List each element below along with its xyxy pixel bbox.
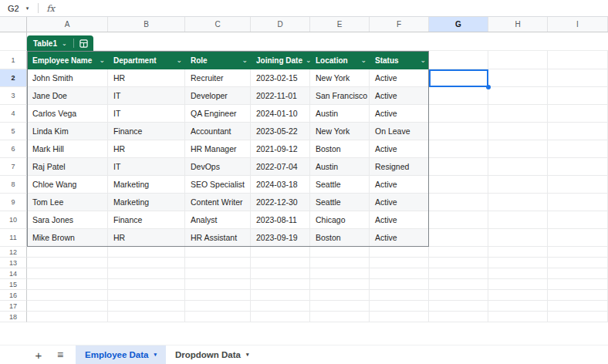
- cell-E7[interactable]: Austin: [310, 158, 370, 176]
- cell-C2[interactable]: Recruiter: [185, 69, 251, 87]
- cell-D13[interactable]: [251, 258, 310, 268]
- cell-C13[interactable]: [185, 258, 251, 268]
- cell-A14[interactable]: [27, 268, 108, 279]
- cell-D14[interactable]: [251, 268, 310, 279]
- cell-C3[interactable]: Developer: [185, 87, 251, 105]
- cell-C18[interactable]: [185, 312, 251, 322]
- cell-D3[interactable]: 2022-11-01: [251, 87, 310, 105]
- cell-I13[interactable]: [548, 258, 608, 268]
- row-header-7[interactable]: 7: [0, 158, 27, 176]
- sheet-tab-employee-data[interactable]: Employee Data ▾: [76, 345, 166, 364]
- cell-G1[interactable]: [429, 51, 488, 69]
- name-box-caret-icon[interactable]: ▾: [26, 5, 29, 12]
- cell-B15[interactable]: [108, 279, 185, 290]
- cell-D1[interactable]: Joining Date⌄: [251, 51, 310, 69]
- cell-E13[interactable]: [310, 258, 370, 268]
- cell-E16[interactable]: [310, 290, 370, 301]
- table-name-chip[interactable]: Table1 ⌄: [27, 35, 93, 51]
- cell-G5[interactable]: [429, 123, 488, 140]
- cell-H18[interactable]: [488, 312, 548, 322]
- cell-D2[interactable]: 2023-02-15: [251, 69, 310, 87]
- row-header-4[interactable]: 4: [0, 105, 27, 123]
- cell-G9[interactable]: [429, 194, 488, 211]
- row-header-6[interactable]: 6: [0, 140, 27, 158]
- cell-D5[interactable]: 2023-05-22: [251, 123, 310, 140]
- cell-B6[interactable]: HR: [108, 140, 185, 158]
- cell-E8[interactable]: Seattle: [310, 176, 370, 194]
- column-header-H[interactable]: H: [488, 17, 548, 32]
- row-header-8[interactable]: 8: [0, 176, 27, 194]
- row-header-1[interactable]: 1: [0, 51, 27, 69]
- column-header-B[interactable]: B: [108, 17, 185, 32]
- cell-I14[interactable]: [548, 268, 608, 279]
- cell-F7[interactable]: Resigned: [370, 158, 429, 176]
- cell-C11[interactable]: HR Assistant: [185, 229, 251, 247]
- cell-I1[interactable]: [548, 51, 608, 69]
- cell-I5[interactable]: [548, 123, 608, 140]
- cell-C1[interactable]: Role⌄: [185, 51, 251, 69]
- fx-icon[interactable]: fx: [46, 3, 55, 14]
- cell-G11[interactable]: [429, 229, 488, 247]
- cell-F11[interactable]: Active: [370, 229, 429, 247]
- cell-H11[interactable]: [488, 229, 548, 247]
- cell-A6[interactable]: Mark Hill: [27, 140, 108, 158]
- cell-A8[interactable]: Chloe Wang: [27, 176, 108, 194]
- cell-A16[interactable]: [27, 290, 108, 301]
- cell-E1[interactable]: Location⌄: [310, 51, 370, 69]
- name-box[interactable]: G2 ▾: [0, 4, 29, 13]
- cell-F6[interactable]: Active: [370, 140, 429, 158]
- cell-D7[interactable]: 2022-07-04: [251, 158, 310, 176]
- cell-B5[interactable]: Finance: [108, 123, 185, 140]
- column-header-E[interactable]: E: [310, 17, 370, 32]
- chevron-down-icon[interactable]: ⌄: [306, 56, 310, 64]
- cell-D17[interactable]: [251, 301, 310, 312]
- cell-D16[interactable]: [251, 290, 310, 301]
- cell-C5[interactable]: Accountant: [185, 123, 251, 140]
- cell-A9[interactable]: Tom Lee: [27, 194, 108, 211]
- cell-F16[interactable]: [370, 290, 429, 301]
- all-sheets-menu-icon[interactable]: ≡: [51, 349, 69, 361]
- cell-F10[interactable]: Active: [370, 211, 429, 229]
- cell-B18[interactable]: [108, 312, 185, 322]
- cell-F5[interactable]: On Leave: [370, 123, 429, 140]
- cell-F1[interactable]: Status⌄: [370, 51, 429, 69]
- cell-C6[interactable]: HR Manager: [185, 140, 251, 158]
- cell-H1[interactable]: [488, 51, 548, 69]
- cell-F18[interactable]: [370, 312, 429, 322]
- cell-A10[interactable]: Sara Jones: [27, 211, 108, 229]
- cell-B16[interactable]: [108, 290, 185, 301]
- cell-E3[interactable]: San Francisco: [310, 87, 370, 105]
- cell-F17[interactable]: [370, 301, 429, 312]
- cell-I16[interactable]: [548, 290, 608, 301]
- cell-B13[interactable]: [108, 258, 185, 268]
- cell-B11[interactable]: HR: [108, 229, 185, 247]
- cell-F4[interactable]: Active: [370, 105, 429, 123]
- cell-E18[interactable]: [310, 312, 370, 322]
- cell-G6[interactable]: [429, 140, 488, 158]
- table-menu-caret-icon[interactable]: ⌄: [62, 40, 67, 47]
- cell-B9[interactable]: Marketing: [108, 194, 185, 211]
- sheet-tab-caret-icon[interactable]: ▾: [246, 352, 249, 358]
- row-header-9[interactable]: 9: [0, 194, 27, 211]
- cell-I12[interactable]: [548, 247, 608, 258]
- cell-D8[interactable]: 2024-03-18: [251, 176, 310, 194]
- cell-H14[interactable]: [488, 268, 548, 279]
- cell-D12[interactable]: [251, 247, 310, 258]
- cell-H12[interactable]: [488, 247, 548, 258]
- fill-handle[interactable]: [486, 85, 491, 89]
- cell-E15[interactable]: [310, 279, 370, 290]
- cell-F9[interactable]: Active: [370, 194, 429, 211]
- cell-D6[interactable]: 2021-09-12: [251, 140, 310, 158]
- cell-H8[interactable]: [488, 176, 548, 194]
- cell-H16[interactable]: [488, 290, 548, 301]
- cell-C4[interactable]: QA Engineer: [185, 105, 251, 123]
- cell-B7[interactable]: IT: [108, 158, 185, 176]
- cell-G12[interactable]: [429, 247, 488, 258]
- cell-C14[interactable]: [185, 268, 251, 279]
- cell-I18[interactable]: [548, 312, 608, 322]
- cell-I11[interactable]: [548, 229, 608, 247]
- row-header-5[interactable]: 5: [0, 123, 27, 140]
- cell-B12[interactable]: [108, 247, 185, 258]
- cell-I10[interactable]: [548, 211, 608, 229]
- cell-I2[interactable]: [548, 69, 608, 87]
